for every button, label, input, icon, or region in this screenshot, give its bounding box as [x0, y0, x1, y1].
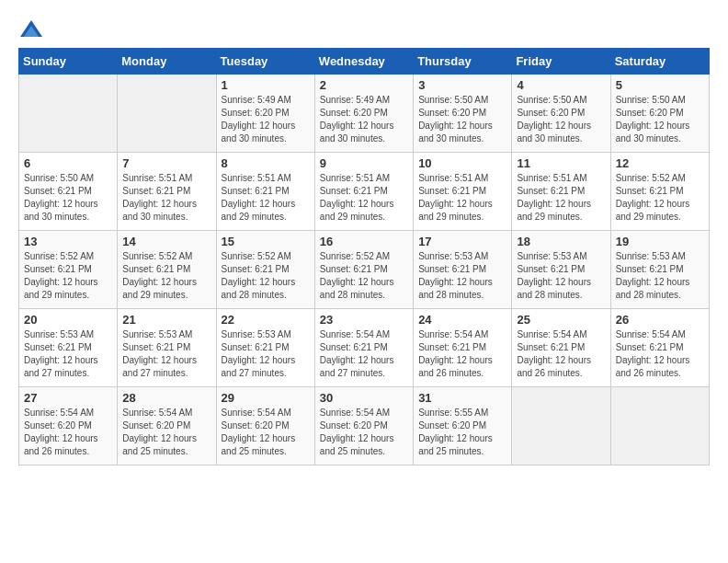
day-detail: Sunrise: 5:50 AMSunset: 6:20 PMDaylight:…	[616, 94, 704, 145]
calendar-cell: 30Sunrise: 5:54 AMSunset: 6:20 PMDayligh…	[314, 387, 413, 465]
day-detail: Sunrise: 5:53 AMSunset: 6:21 PMDaylight:…	[122, 328, 210, 380]
calendar-cell: 18Sunrise: 5:53 AMSunset: 6:21 PMDayligh…	[512, 231, 610, 309]
day-number: 19	[616, 235, 704, 248]
calendar-cell: 8Sunrise: 5:51 AMSunset: 6:21 PMDaylight…	[216, 153, 314, 231]
calendar-cell: 24Sunrise: 5:54 AMSunset: 6:21 PMDayligh…	[414, 309, 512, 387]
page-header	[18, 18, 710, 39]
calendar-cell: 21Sunrise: 5:53 AMSunset: 6:21 PMDayligh…	[118, 309, 216, 387]
day-detail: Sunrise: 5:54 AMSunset: 6:21 PMDaylight:…	[418, 328, 506, 380]
header-row: SundayMondayTuesdayWednesdayThursdayFrid…	[19, 49, 710, 75]
calendar-cell: 6Sunrise: 5:50 AMSunset: 6:21 PMDaylight…	[19, 153, 118, 231]
day-detail: Sunrise: 5:51 AMSunset: 6:21 PMDaylight:…	[320, 172, 408, 224]
day-number: 29	[222, 391, 310, 405]
calendar-cell: 23Sunrise: 5:54 AMSunset: 6:21 PMDayligh…	[314, 309, 413, 387]
day-detail: Sunrise: 5:52 AMSunset: 6:21 PMDaylight:…	[24, 250, 112, 302]
day-detail: Sunrise: 5:54 AMSunset: 6:20 PMDaylight:…	[222, 407, 310, 458]
day-detail: Sunrise: 5:50 AMSunset: 6:20 PMDaylight:…	[517, 94, 605, 145]
calendar-cell: 14Sunrise: 5:52 AMSunset: 6:21 PMDayligh…	[118, 231, 216, 309]
day-detail: Sunrise: 5:52 AMSunset: 6:21 PMDaylight:…	[320, 250, 408, 302]
day-number: 10	[418, 156, 506, 170]
day-detail: Sunrise: 5:53 AMSunset: 6:21 PMDaylight:…	[517, 250, 605, 302]
day-number: 17	[418, 235, 506, 248]
day-detail: Sunrise: 5:55 AMSunset: 6:20 PMDaylight:…	[418, 407, 506, 458]
day-number: 24	[418, 313, 506, 327]
day-detail: Sunrise: 5:54 AMSunset: 6:20 PMDaylight:…	[24, 407, 112, 458]
day-number: 11	[517, 156, 605, 170]
week-row-4: 20Sunrise: 5:53 AMSunset: 6:21 PMDayligh…	[19, 309, 710, 387]
calendar-cell: 11Sunrise: 5:51 AMSunset: 6:21 PMDayligh…	[512, 153, 610, 231]
day-number: 5	[616, 78, 704, 92]
calendar-cell	[19, 75, 118, 153]
calendar-body: 1Sunrise: 5:49 AMSunset: 6:20 PMDaylight…	[19, 75, 710, 465]
day-detail: Sunrise: 5:54 AMSunset: 6:21 PMDaylight:…	[616, 328, 704, 380]
day-number: 2	[320, 78, 408, 92]
day-detail: Sunrise: 5:53 AMSunset: 6:21 PMDaylight:…	[418, 250, 506, 302]
day-detail: Sunrise: 5:50 AMSunset: 6:21 PMDaylight:…	[24, 172, 112, 224]
calendar-cell: 7Sunrise: 5:51 AMSunset: 6:21 PMDaylight…	[118, 153, 216, 231]
day-detail: Sunrise: 5:54 AMSunset: 6:20 PMDaylight:…	[122, 407, 210, 458]
day-detail: Sunrise: 5:51 AMSunset: 6:21 PMDaylight:…	[222, 172, 310, 224]
day-number: 4	[517, 78, 605, 92]
calendar-cell: 15Sunrise: 5:52 AMSunset: 6:21 PMDayligh…	[216, 231, 314, 309]
calendar-cell: 29Sunrise: 5:54 AMSunset: 6:20 PMDayligh…	[216, 387, 314, 465]
day-detail: Sunrise: 5:50 AMSunset: 6:20 PMDaylight:…	[418, 94, 506, 145]
calendar-header: SundayMondayTuesdayWednesdayThursdayFrid…	[19, 49, 710, 75]
calendar-table: SundayMondayTuesdayWednesdayThursdayFrid…	[18, 48, 710, 465]
day-number: 21	[122, 313, 210, 327]
calendar-cell: 31Sunrise: 5:55 AMSunset: 6:20 PMDayligh…	[414, 387, 512, 465]
calendar-cell: 3Sunrise: 5:50 AMSunset: 6:20 PMDaylight…	[414, 75, 512, 153]
day-detail: Sunrise: 5:53 AMSunset: 6:21 PMDaylight:…	[24, 328, 112, 380]
calendar-cell: 12Sunrise: 5:52 AMSunset: 6:21 PMDayligh…	[610, 153, 709, 231]
day-detail: Sunrise: 5:51 AMSunset: 6:21 PMDaylight:…	[418, 172, 506, 224]
day-detail: Sunrise: 5:52 AMSunset: 6:21 PMDaylight:…	[616, 172, 704, 224]
week-row-1: 1Sunrise: 5:49 AMSunset: 6:20 PMDaylight…	[19, 75, 710, 153]
day-number: 7	[122, 156, 210, 170]
day-detail: Sunrise: 5:54 AMSunset: 6:21 PMDaylight:…	[517, 328, 605, 380]
day-number: 16	[320, 235, 408, 248]
day-number: 25	[517, 313, 605, 327]
header-cell-sunday: Sunday	[19, 49, 118, 75]
header-cell-saturday: Saturday	[610, 49, 709, 75]
day-number: 6	[24, 156, 112, 170]
calendar-cell: 27Sunrise: 5:54 AMSunset: 6:20 PMDayligh…	[19, 387, 118, 465]
day-number: 13	[24, 235, 112, 248]
day-number: 27	[24, 391, 112, 405]
day-number: 18	[517, 235, 605, 248]
header-cell-tuesday: Tuesday	[216, 49, 314, 75]
day-number: 14	[122, 235, 210, 248]
day-number: 15	[222, 235, 310, 248]
day-number: 1	[222, 78, 310, 92]
header-cell-monday: Monday	[118, 49, 216, 75]
header-cell-thursday: Thursday	[414, 49, 512, 75]
day-detail: Sunrise: 5:51 AMSunset: 6:21 PMDaylight:…	[517, 172, 605, 224]
calendar-cell: 26Sunrise: 5:54 AMSunset: 6:21 PMDayligh…	[610, 309, 709, 387]
calendar-cell	[610, 387, 709, 465]
day-number: 20	[24, 313, 112, 327]
day-detail: Sunrise: 5:53 AMSunset: 6:21 PMDaylight:…	[222, 328, 310, 380]
day-number: 28	[122, 391, 210, 405]
day-detail: Sunrise: 5:49 AMSunset: 6:20 PMDaylight:…	[222, 94, 310, 145]
logo-icon	[18, 18, 44, 39]
week-row-3: 13Sunrise: 5:52 AMSunset: 6:21 PMDayligh…	[19, 231, 710, 309]
calendar-cell: 16Sunrise: 5:52 AMSunset: 6:21 PMDayligh…	[314, 231, 413, 309]
calendar-cell: 2Sunrise: 5:49 AMSunset: 6:20 PMDaylight…	[314, 75, 413, 153]
calendar-cell	[512, 387, 610, 465]
day-detail: Sunrise: 5:53 AMSunset: 6:21 PMDaylight:…	[616, 250, 704, 302]
day-number: 3	[418, 78, 506, 92]
day-detail: Sunrise: 5:52 AMSunset: 6:21 PMDaylight:…	[122, 250, 210, 302]
calendar-cell: 5Sunrise: 5:50 AMSunset: 6:20 PMDaylight…	[610, 75, 709, 153]
calendar-cell: 28Sunrise: 5:54 AMSunset: 6:20 PMDayligh…	[118, 387, 216, 465]
day-number: 31	[418, 391, 506, 405]
calendar-cell: 17Sunrise: 5:53 AMSunset: 6:21 PMDayligh…	[414, 231, 512, 309]
calendar-cell	[118, 75, 216, 153]
day-number: 30	[320, 391, 408, 405]
calendar-cell: 22Sunrise: 5:53 AMSunset: 6:21 PMDayligh…	[216, 309, 314, 387]
calendar-cell: 1Sunrise: 5:49 AMSunset: 6:20 PMDaylight…	[216, 75, 314, 153]
day-number: 23	[320, 313, 408, 327]
week-row-5: 27Sunrise: 5:54 AMSunset: 6:20 PMDayligh…	[19, 387, 710, 465]
calendar-cell: 13Sunrise: 5:52 AMSunset: 6:21 PMDayligh…	[19, 231, 118, 309]
day-number: 26	[616, 313, 704, 327]
calendar-cell: 19Sunrise: 5:53 AMSunset: 6:21 PMDayligh…	[610, 231, 709, 309]
day-detail: Sunrise: 5:51 AMSunset: 6:21 PMDaylight:…	[122, 172, 210, 224]
calendar-cell: 10Sunrise: 5:51 AMSunset: 6:21 PMDayligh…	[414, 153, 512, 231]
